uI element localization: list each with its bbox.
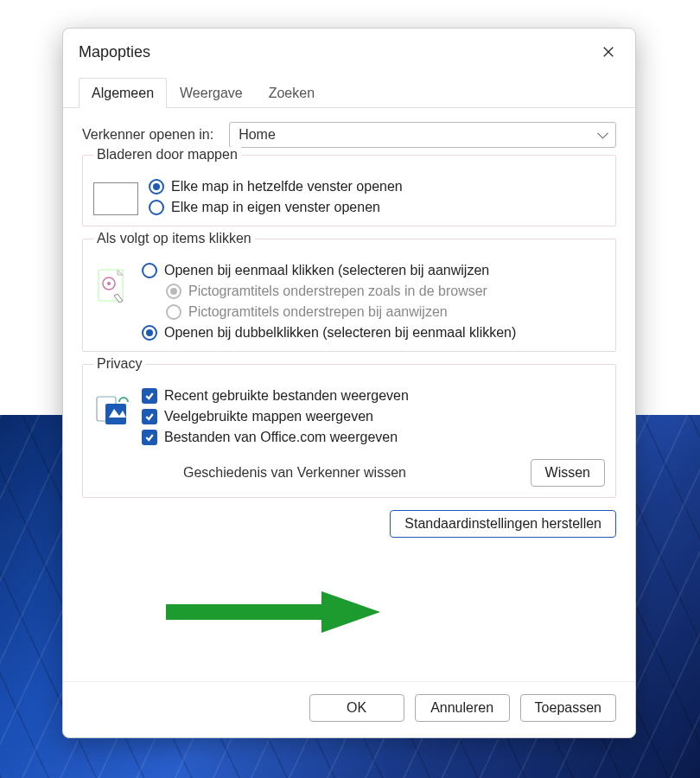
click-sub-underline-browser: Pictogramtitels onderstrepen zoals in de… [166,284,605,299]
click-sub-label: Pictogramtitels onderstrepen bij aanwijz… [188,304,448,320]
open-in-label: Verkenner openen in: [82,127,213,143]
open-in-select[interactable]: Home [229,122,616,148]
checkbox-icon [142,388,157,404]
tab-weergave[interactable]: Weergave [167,78,256,108]
click-items-group: Als volgt op items klikken Openen bij ee… [82,239,616,352]
privacy-group: Privacy Recent gebruikte bestanden weerg… [82,364,616,498]
ok-button[interactable]: OK [309,694,404,722]
history-label: Geschiedenis van Verkenner wissen [183,465,406,481]
browse-option-same-window[interactable]: Elke map in hetzelfde venster openen [149,179,605,194]
browse-option-label: Elke map in eigen venster openen [171,200,380,215]
cancel-button[interactable]: Annuleren [415,694,510,722]
click-option-label: Openen bij dubbelklikken (selecteren bij… [164,325,516,341]
click-option-single[interactable]: Openen bij eenmaal klikken (selecteren b… [142,263,605,278]
browse-option-label: Elke map in hetzelfde venster openen [171,179,403,194]
privacy-check-label: Recent gebruikte bestanden weergeven [164,388,409,404]
radio-icon [142,325,157,341]
privacy-check-label: Veelgebruikte mappen weergeven [164,409,373,424]
checkbox-icon [142,409,157,424]
radio-icon [166,284,181,299]
click-sub-label: Pictogramtitels onderstrepen zoals in de… [188,284,487,299]
browse-option-own-window[interactable]: Elke map in eigen venster openen [149,200,605,215]
radio-icon [142,263,157,278]
privacy-check-recent[interactable]: Recent gebruikte bestanden weergeven [142,388,605,404]
browse-legend: Bladeren door mappen [93,147,241,163]
checkbox-icon [142,430,157,445]
folder-options-dialog: Mapopties Algemeen Weergave Zoeken Verke… [62,28,636,738]
radio-icon [149,179,164,194]
open-in-value: Home [239,127,276,143]
dialog-footer: OK Annuleren Toepassen [63,681,635,737]
privacy-icon [93,392,131,430]
dialog-title: Mapopties [79,43,150,61]
close-icon [602,46,614,58]
close-button[interactable] [597,41,620,63]
click-document-icon [93,266,131,308]
click-option-double[interactable]: Openen bij dubbelklikken (selecteren bij… [142,325,605,341]
radio-icon [166,304,181,320]
privacy-legend: Privacy [93,356,145,372]
svg-point-4 [107,282,111,285]
click-option-label: Openen bij eenmaal klikken (selecteren b… [164,263,489,278]
radio-icon [149,200,164,215]
tab-algemeen[interactable]: Algemeen [79,78,167,108]
folder-icon [93,182,138,215]
history-row: Geschiedenis van Verkenner wissen Wissen [183,459,605,487]
tab-zoeken[interactable]: Zoeken [256,78,328,108]
privacy-check-office[interactable]: Bestanden van Office.com weergeven [142,430,605,445]
privacy-check-frequent[interactable]: Veelgebruikte mappen weergeven [142,409,605,424]
privacy-check-label: Bestanden van Office.com weergeven [164,430,398,445]
apply-button[interactable]: Toepassen [520,694,616,722]
tab-content: Verkenner openen in: Home Bladeren door … [63,108,635,681]
click-sub-underline-hover: Pictogramtitels onderstrepen bij aanwijz… [166,304,605,320]
title-bar: Mapopties [63,29,635,72]
browse-group: Bladeren door mappen Elke map in hetzelf… [82,155,616,226]
open-in-row: Verkenner openen in: Home [82,122,616,148]
clear-history-button[interactable]: Wissen [531,459,605,487]
click-items-legend: Als volgt op items klikken [93,231,255,246]
restore-defaults-button[interactable]: Standaardinstellingen herstellen [390,510,616,538]
restore-row: Standaardinstellingen herstellen [82,510,616,538]
tab-bar: Algemeen Weergave Zoeken [63,77,635,108]
